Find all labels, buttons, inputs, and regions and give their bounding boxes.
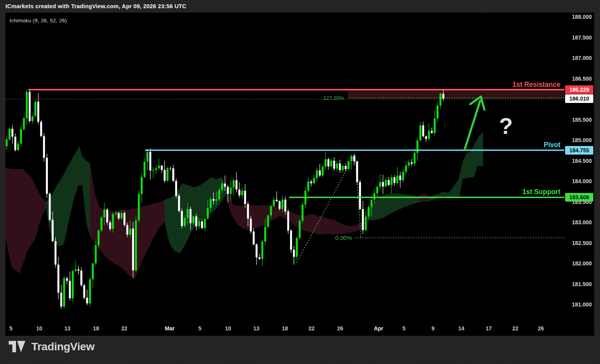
- candle: [348, 160, 350, 170]
- watermark-bar: ICmarkets created with TradingView.com, …: [0, 0, 600, 13]
- candle: [6, 137, 8, 150]
- candle: [431, 128, 433, 134]
- candle: [393, 175, 395, 186]
- time-axis-label: 18: [93, 325, 99, 332]
- candle: [66, 276, 68, 284]
- candle: [339, 160, 341, 173]
- candle: [23, 117, 25, 131]
- candle: [379, 174, 381, 190]
- candle: [155, 165, 157, 174]
- time-axis-label: 10: [36, 325, 42, 332]
- candle: [405, 161, 407, 175]
- pivot-label: Pivot: [544, 141, 560, 149]
- candle: [253, 228, 255, 245]
- candle: [141, 173, 143, 203]
- candle: [172, 165, 174, 182]
- candle: [46, 154, 48, 198]
- candle: [422, 122, 424, 137]
- candle: [161, 165, 163, 173]
- candle: [178, 194, 180, 213]
- price-axis-tick: 188.000: [572, 14, 592, 20]
- candle: [437, 103, 439, 121]
- candle: [244, 184, 246, 208]
- tradingview-logo-text: TradingView: [31, 341, 94, 353]
- candle: [72, 269, 74, 301]
- candle: [310, 180, 312, 187]
- candle: [26, 90, 28, 125]
- time-axis-label: 17: [486, 325, 492, 332]
- candle: [333, 157, 335, 171]
- candle: [319, 164, 321, 177]
- candle: [138, 191, 140, 223]
- candle: [143, 159, 145, 178]
- indicator-label[interactable]: Ichimoku (9, 26, 52, 26): [9, 18, 67, 23]
- time-axis[interactable]: 510131822Mar51013182226Apr5914172226: [5, 322, 564, 336]
- candle: [399, 172, 401, 188]
- candle: [413, 149, 415, 167]
- candle: [313, 174, 315, 184]
- chart-plot-area[interactable]: 127.20% 0.00% 1st Resistance Pivot 1st S…: [5, 13, 564, 322]
- fib-0-label: 0.00%: [335, 234, 352, 241]
- candle: [365, 210, 367, 231]
- candle: [149, 148, 151, 180]
- question-mark-annotation[interactable]: ?: [499, 113, 513, 139]
- candle: [419, 122, 421, 142]
- candle: [342, 165, 344, 173]
- candle: [11, 125, 13, 144]
- candle: [236, 172, 237, 193]
- price-axis[interactable]: 188.000187.500187.000186.500186.000185.5…: [564, 13, 594, 322]
- axis-corner: [564, 322, 594, 336]
- candle: [123, 211, 125, 227]
- watermark-title: ICmarkets created with TradingView.com, …: [5, 3, 187, 9]
- candle: [417, 138, 419, 161]
- price-axis-tick: 185.500: [572, 117, 592, 123]
- candle: [356, 160, 358, 184]
- chart-widget[interactable]: 127.20% 0.00% 1st Resistance Pivot 1st S…: [5, 13, 594, 336]
- candle: [238, 182, 240, 198]
- support-price-badge: 183.606: [565, 193, 593, 202]
- candle: [376, 186, 378, 197]
- candle: [324, 153, 326, 170]
- candle: [290, 229, 292, 253]
- time-axis-label: 14: [458, 325, 464, 332]
- time-axis-label: 13: [64, 325, 71, 332]
- candle: [434, 110, 436, 136]
- price-axis-tick: 186.500: [572, 76, 592, 82]
- candle: [327, 158, 329, 170]
- resistance-label: 1st Resistance: [512, 81, 560, 88]
- candle: [273, 197, 275, 207]
- time-axis-label: 26: [337, 325, 343, 332]
- time-axis-label: 22: [308, 325, 315, 332]
- fib-127-label: 127.20%: [323, 95, 344, 101]
- tradingview-logo[interactable]: TradingView: [9, 341, 94, 353]
- time-axis-label: 18: [282, 325, 288, 332]
- candle: [175, 178, 177, 198]
- time-axis-label: 5: [402, 325, 406, 332]
- candle: [17, 141, 19, 151]
- candle: [57, 257, 59, 299]
- candle: [132, 222, 134, 278]
- candle: [69, 271, 71, 300]
- candle: [359, 180, 361, 210]
- candle: [307, 178, 309, 193]
- candle: [49, 193, 51, 222]
- candle: [353, 154, 355, 165]
- candle: [439, 92, 441, 109]
- candle: [330, 158, 332, 169]
- candle: [29, 90, 31, 123]
- candle: [86, 290, 88, 305]
- candle: [169, 166, 171, 171]
- candle: [83, 284, 85, 299]
- resistance-zone[interactable]: [28, 90, 564, 99]
- candle: [382, 175, 384, 194]
- candle: [40, 120, 42, 137]
- candle: [60, 285, 62, 309]
- candle: [259, 254, 261, 260]
- candle: [396, 167, 398, 185]
- candle: [89, 277, 91, 307]
- time-axis-label: Apr: [374, 325, 383, 332]
- time-axis-label: 22: [121, 325, 127, 332]
- resistance-price-badge: 186.229: [565, 85, 593, 94]
- candle: [388, 177, 390, 186]
- candle: [158, 159, 160, 170]
